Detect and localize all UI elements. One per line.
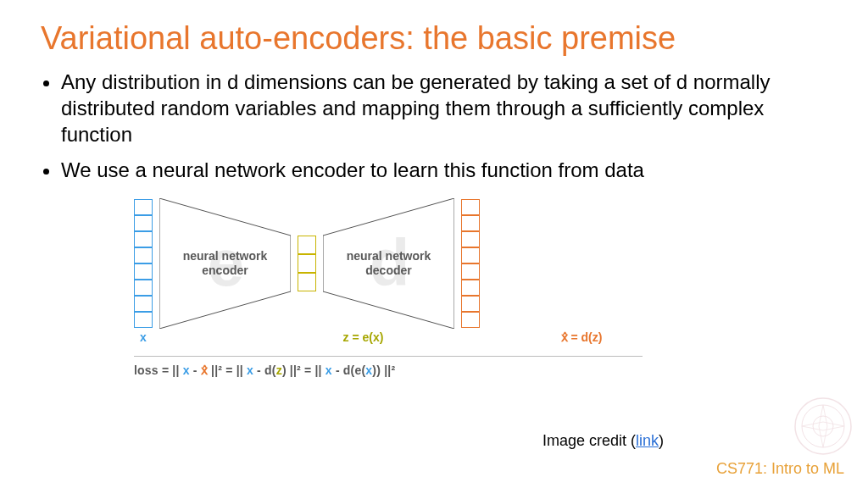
- z-label: z = e(x): [298, 330, 429, 344]
- bullet-item: Any distribution in d dimensions can be …: [61, 69, 827, 148]
- bullet-list: Any distribution in d dimensions can be …: [41, 69, 827, 183]
- loss-equation: loss = || x - x̂ ||² = || x - d(z) ||² =…: [134, 363, 827, 377]
- bullet-item: We use a neural network encoder to learn…: [61, 157, 827, 183]
- encoder-label: encoder: [202, 263, 248, 278]
- output-vector: [461, 199, 480, 328]
- encoder-block: e neural network encoder: [159, 198, 291, 329]
- svg-point-3: [802, 405, 844, 447]
- course-footer: CS771: Intro to ML: [716, 460, 844, 478]
- latent-vector: [298, 236, 316, 291]
- decoder-block: d neural network decoder: [323, 198, 454, 329]
- x-label: x: [134, 330, 153, 344]
- page-title: Variational auto-encoders: the basic pre…: [41, 20, 827, 57]
- encoder-label: neural network: [183, 249, 268, 263]
- decoder-label: decoder: [365, 263, 411, 278]
- svg-point-4: [813, 416, 833, 436]
- decoder-label: neural network: [347, 249, 431, 263]
- xhat-label: x̂ = d(z): [543, 330, 620, 344]
- credit-link[interactable]: link: [636, 432, 659, 449]
- input-vector: [134, 199, 153, 328]
- autoencoder-diagram: e neural network encoder d neural networ…: [134, 198, 827, 377]
- image-credit: Image credit (link): [542, 432, 664, 450]
- divider: [134, 356, 643, 357]
- institution-seal-icon: [793, 396, 853, 456]
